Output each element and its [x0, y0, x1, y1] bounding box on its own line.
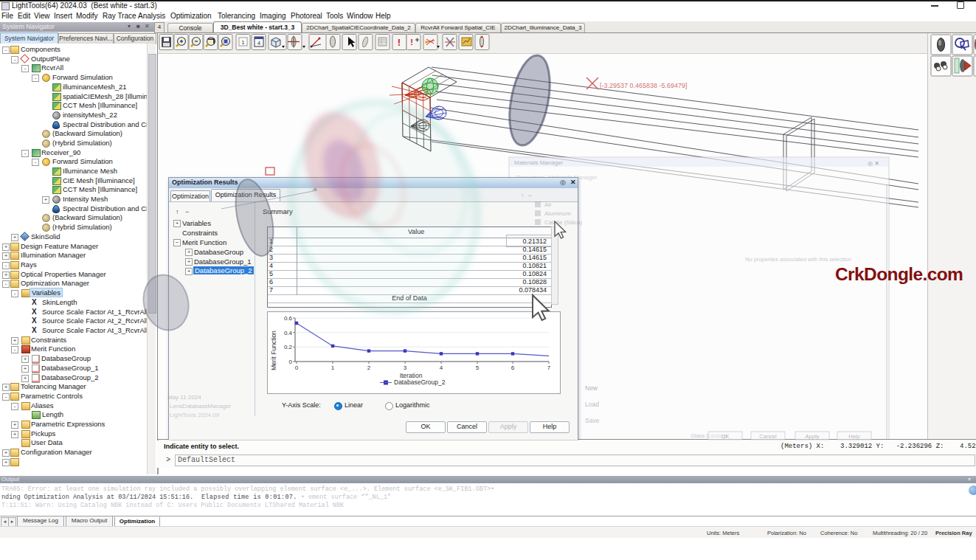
svg-text:4: 4: [440, 364, 443, 371]
svg-text:0.2: 0.2: [284, 344, 293, 350]
svg-text:Merit Function: Merit Function: [270, 331, 277, 370]
svg-text:1: 1: [331, 364, 335, 371]
svg-text:2: 2: [367, 364, 371, 371]
svg-text:5: 5: [476, 364, 480, 371]
svg-text:0: 0: [289, 359, 293, 365]
svg-text:3: 3: [404, 364, 407, 371]
svg-text:7: 7: [547, 364, 551, 371]
svg-text:◎ ✕: ◎ ✕: [868, 160, 879, 167]
svg-text:6: 6: [511, 364, 515, 371]
svg-text:[-3.29537 0.465838 -5.69479]: [-3.29537 0.465838 -5.69479]: [600, 82, 688, 89]
svg-text:Materials Manager: Materials Manager: [514, 159, 564, 166]
svg-text:0.4: 0.4: [284, 330, 293, 336]
svg-text:DatabaseGroup_2: DatabaseGroup_2: [394, 378, 446, 386]
svg-text:0.6: 0.6: [284, 315, 293, 322]
svg-text:0: 0: [295, 364, 299, 371]
